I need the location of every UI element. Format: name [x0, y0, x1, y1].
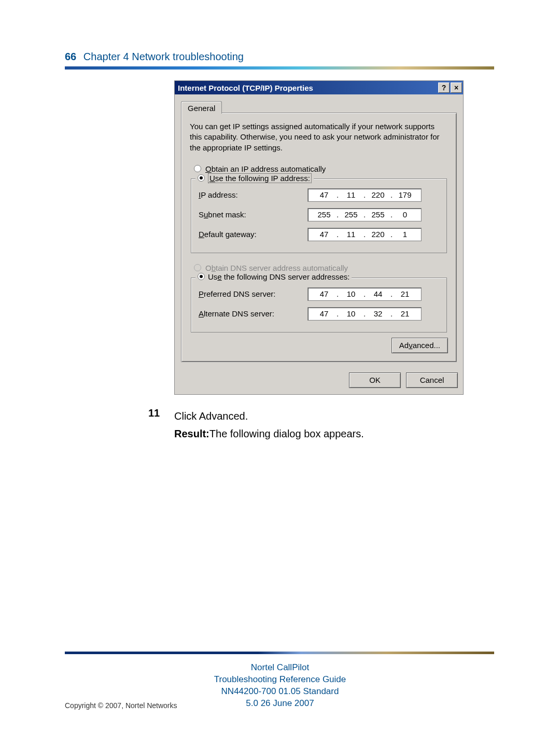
footer-copyright: Copyright © 2007, Nortel Networks	[65, 701, 177, 710]
row-subnet-mask: Subnet mask: 255. 255. 255. 0	[199, 208, 439, 222]
advanced-button[interactable]: Advanced...	[391, 338, 448, 353]
label-subnet-mask: Subnet mask:	[199, 210, 307, 219]
dialog-button-row: OK Cancel	[175, 367, 463, 394]
row-alternate-dns: Alternate DNS server: 47. 10. 32. 21	[199, 307, 439, 321]
input-alternate-dns[interactable]: 47. 10. 32. 21	[307, 307, 422, 321]
radio-use-ip[interactable]: Use the following IP address:	[195, 173, 314, 183]
input-subnet-mask[interactable]: 255. 255. 255. 0	[307, 208, 422, 222]
label-default-gateway: Default gateway:	[199, 230, 307, 239]
footer-line-3: NN44200-700 01.05 Standard	[0, 686, 560, 698]
row-ip-address: IP address: 47. 11. 220. 179	[199, 188, 439, 202]
step-11: 11 Click Advanced. Result:The following …	[174, 407, 465, 442]
radio-icon-selected	[198, 273, 205, 280]
header-rule	[65, 66, 494, 70]
radio-use-dns-label: Use the following DNS server addresses:	[208, 272, 349, 281]
group-ip-settings: Use the following IP address: IP address…	[191, 178, 447, 253]
step-text: Click Advanced. Result:The following dia…	[174, 407, 465, 442]
cancel-button[interactable]: Cancel	[406, 372, 458, 388]
footer-line-1: Nortel CallPilot	[0, 662, 560, 674]
result-text: The following dialog box appears.	[209, 428, 364, 439]
row-preferred-dns: Preferred DNS server: 47. 10. 44. 21	[199, 287, 439, 301]
page-header: 66 Chapter 4 Network troubleshooting	[65, 51, 244, 63]
radio-obtain-dns: Obtain DNS server address automatically	[194, 264, 448, 272]
help-icon[interactable]: ?	[438, 82, 450, 93]
radio-use-dns[interactable]: Use the following DNS server addresses:	[195, 272, 352, 281]
intro-text: You can get IP settings assigned automat…	[190, 121, 448, 153]
radio-use-ip-label: Use the following IP address:	[208, 173, 312, 183]
title-bar[interactable]: Internet Protocol (TCP/IP) Properties ? …	[175, 81, 463, 94]
radio-obtain-ip[interactable]: Obtain an IP address automatically	[194, 164, 448, 173]
group-dns-settings: Use the following DNS server addresses: …	[191, 278, 447, 333]
dialog-body: General You can get IP settings assigned…	[175, 94, 463, 367]
radio-icon-selected	[198, 174, 205, 182]
radio-obtain-ip-label: Obtain an IP address automatically	[205, 164, 326, 173]
dialog-title: Internet Protocol (TCP/IP) Properties	[178, 84, 313, 92]
footer-line-2: Troubleshooting Reference Guide	[0, 674, 560, 686]
ok-button[interactable]: OK	[349, 372, 401, 388]
label-ip-address: IP address:	[199, 190, 307, 199]
step-number: 11	[148, 407, 160, 419]
step-instruction: Click Advanced.	[174, 407, 465, 425]
input-preferred-dns[interactable]: 47. 10. 44. 21	[307, 287, 422, 301]
label-preferred-dns: Preferred DNS server:	[199, 289, 307, 298]
result-label: Result:	[174, 428, 209, 439]
footer-rule	[65, 652, 494, 654]
radio-icon-disabled	[194, 264, 201, 271]
tab-panel-general: You can get IP settings assigned automat…	[181, 113, 457, 362]
tab-general[interactable]: General	[181, 101, 222, 114]
input-ip-address[interactable]: 47. 11. 220. 179	[307, 188, 422, 202]
radio-icon	[194, 165, 201, 172]
row-default-gateway: Default gateway: 47. 11. 220. 1	[199, 228, 439, 241]
tcpip-properties-dialog: Internet Protocol (TCP/IP) Properties ? …	[174, 80, 464, 395]
input-default-gateway[interactable]: 47. 11. 220. 1	[307, 228, 422, 241]
label-alternate-dns: Alternate DNS server:	[199, 309, 307, 318]
tab-strip: General	[181, 101, 457, 113]
page-number: 66	[65, 51, 76, 62]
radio-obtain-dns-label: Obtain DNS server address automatically	[205, 264, 348, 272]
step-result: Result:The following dialog box appears.	[174, 425, 465, 442]
chapter-title: Chapter 4 Network troubleshooting	[83, 51, 244, 62]
close-icon[interactable]: ×	[451, 82, 462, 93]
